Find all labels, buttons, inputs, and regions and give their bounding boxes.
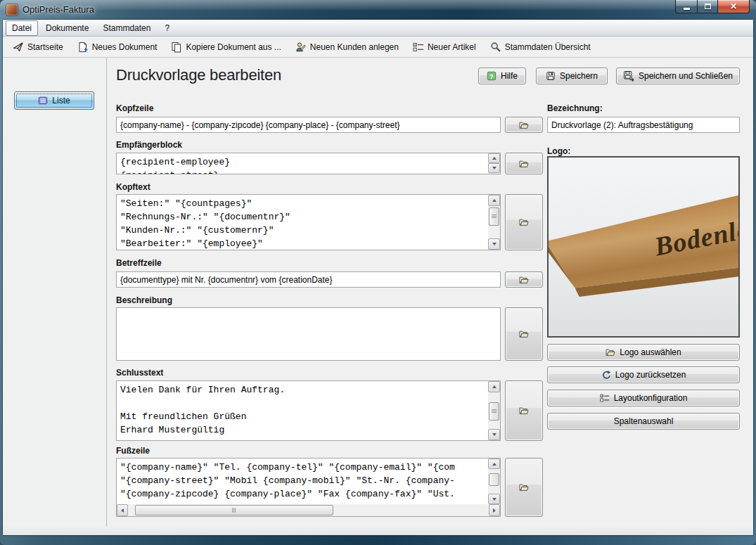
fusszeile-textarea[interactable]: "{company-name}" "Tel. {company-tel}" "{… [116,458,501,517]
minimize-button[interactable] [675,0,697,13]
speichern-button-label: Speichern [560,71,598,81]
empfaengerblock-text[interactable]: {recipient-employee} {recipient-street} [117,153,488,174]
empfaengerblock-scrollbar[interactable] [488,153,500,174]
arrow-down-icon [492,433,496,436]
layoutkonfiguration-label: Layoutkonfiguration [614,393,688,403]
title-bar[interactable]: OptiPreis-Faktura ✕ [0,0,756,20]
scroll-thumb[interactable] [489,473,499,486]
content-area: Liste Druckvorlage bearbeiten Hilfe Spei… [3,58,753,527]
toolbar-neuen-kunden[interactable]: Neuen Kunden anlegen [294,40,400,54]
scroll-up-button[interactable] [488,195,500,206]
maximize-button[interactable] [697,0,717,13]
sidebar-item-liste[interactable]: Liste [14,91,94,110]
speichern-button[interactable]: Speichern [536,68,608,84]
empfaengerblock-insert-button[interactable] [505,153,543,174]
toolbar-kopiere-dokument[interactable]: Kopiere Dokument aus ... [169,40,282,54]
folder-icon [519,159,529,169]
speichern-und-schliessen-label: Speichern und Schließen [639,71,733,81]
scroll-up-button[interactable] [488,381,500,392]
toolbar-stammdaten-uebersicht[interactable]: Stammdaten Übersicht [489,40,592,54]
scroll-right-button[interactable] [489,504,500,516]
fusszeile-label: Fußzeile [116,446,150,456]
betreffzeile-input[interactable]: {documenttype} mit Nr. {documentnr} vom … [116,271,501,288]
speichern-und-schliessen-button[interactable]: Speichern und Schließen [616,68,740,84]
caption-buttons: ✕ [675,0,750,13]
logo-label: Logo: [547,146,570,156]
toolbar-neuer-artikel-label: Neuer Artikel [428,42,476,52]
scroll-down-button[interactable] [488,163,500,173]
page-title: Druckvorlage bearbeiten [116,66,281,84]
arrow-up-icon [492,463,496,466]
scroll-thumb[interactable] [489,402,499,421]
folder-icon [519,120,529,130]
menu-bar: Datei Dokumente Stammdaten ? [3,20,753,37]
logo-auswaehlen-button[interactable]: Logo auswählen [547,344,740,361]
scroll-track[interactable] [488,392,500,429]
fusszeile-insert-button[interactable] [505,458,543,517]
startseite-icon [13,41,24,53]
toolbar: Startseite Neues Dokument Kopiere Dokume… [3,37,753,58]
fusszeile-text[interactable]: "{company-name}" "Tel. {company-tel}" "{… [117,459,488,504]
schlusstext-insert-button[interactable] [505,380,543,441]
schlusstext-scrollbar[interactable] [488,381,500,440]
fusszeile-hscrollbar[interactable] [117,504,500,516]
minimize-icon [684,8,690,10]
new-article-icon [413,41,424,53]
layout-config-icon [600,393,610,403]
schlusstext-textarea[interactable]: Vielen Dank für Ihren Auftrag. Mit freun… [116,380,501,441]
window-title: OptiPreis-Faktura [23,0,94,20]
fusszeile-vscrollbar[interactable] [488,459,500,504]
scroll-down-button[interactable] [488,494,500,504]
kopfzeile-label: Kopfzeile [116,103,153,113]
betreffzeile-label: Betreffzeile [116,258,162,268]
scroll-thumb[interactable] [489,207,499,226]
schlusstext-text[interactable]: Vielen Dank für Ihren Auftrag. Mit freun… [117,381,488,440]
menu-item-help[interactable]: ? [158,20,176,36]
menu-item-dokumente[interactable]: Dokumente [39,20,95,36]
folder-icon [519,482,529,492]
logo-zuruecksetzen-button[interactable]: Logo zurücksetzen [547,366,740,383]
kopftext-text[interactable]: "Seiten:" "{countpages}" "Rechnungs-Nr.:… [117,195,488,250]
scroll-track[interactable] [128,504,489,516]
arrow-down-icon [492,243,496,245]
scroll-track[interactable] [488,206,500,238]
client-area: Datei Dokumente Stammdaten ? Startseite … [3,20,753,535]
folder-icon [519,406,529,416]
toolbar-neues-dokument-label: Neues Dokument [92,42,158,52]
logo-preview: Bodenle [547,156,740,338]
close-icon: ✕ [730,2,737,11]
beschreibung-textarea[interactable] [116,307,501,361]
hilfe-button[interactable]: Hilfe [478,68,526,84]
scroll-down-button[interactable] [488,238,500,250]
kopfzeile-insert-button[interactable] [505,117,543,133]
toolbar-neues-dokument[interactable]: Neues Dokument [76,40,159,54]
menu-item-datei[interactable]: Datei [6,20,38,36]
betreffzeile-insert-button[interactable] [505,271,543,288]
folder-icon [519,275,529,285]
empfaengerblock-textarea[interactable]: {recipient-employee} {recipient-street} [116,153,501,174]
toolbar-startseite-label: Startseite [27,42,63,52]
toolbar-neuer-artikel[interactable]: Neuer Artikel [411,40,478,54]
menu-item-stammdaten[interactable]: Stammdaten [96,20,157,36]
bottom-strip [3,527,753,535]
close-button[interactable]: ✕ [717,0,750,13]
scroll-up-button[interactable] [488,153,500,163]
sidebar-item-liste-label: Liste [52,96,70,105]
beschreibung-insert-button[interactable] [505,307,543,361]
scroll-up-button[interactable] [488,459,500,469]
scroll-left-button[interactable] [117,504,128,516]
kopftext-insert-button[interactable] [505,194,543,250]
kopftext-textarea[interactable]: "Seiten:" "{countpages}" "Rechnungs-Nr.:… [116,194,501,250]
scroll-thumb[interactable] [135,505,333,515]
layoutkonfiguration-button[interactable]: Layoutkonfiguration [547,390,740,406]
beschreibung-text[interactable] [117,308,500,360]
arrow-up-icon [492,385,496,388]
scroll-track[interactable] [488,469,500,494]
kopftext-scrollbar[interactable] [488,195,500,250]
kopfzeile-input[interactable]: {company-name} - {company-zipcode} {comp… [116,117,501,133]
toolbar-startseite[interactable]: Startseite [11,40,65,54]
bezeichnung-input[interactable]: Druckvorlage (2): Auftragsbestätigung [547,117,740,133]
schlusstext-label: Schlusstext [116,368,163,378]
spaltenauswahl-button[interactable]: Spaltenauswahl [547,413,740,430]
scroll-down-button[interactable] [488,429,500,440]
